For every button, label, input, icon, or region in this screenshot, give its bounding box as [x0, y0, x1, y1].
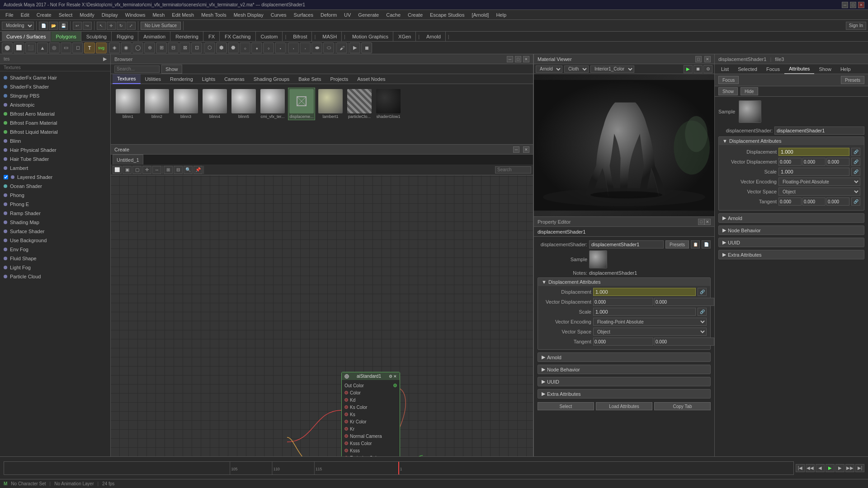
- ae-tangent-link-btn[interactable]: 🔗: [851, 197, 860, 206]
- ae-vector-z[interactable]: 0.000: [826, 158, 849, 166]
- browser-close-btn[interactable]: ✕: [523, 56, 529, 62]
- menu-edit-mesh[interactable]: Edit Mesh: [168, 10, 198, 20]
- mv-renderer-dropdown[interactable]: Arnold: [536, 66, 562, 73]
- ae-tab-show[interactable]: Show: [814, 64, 836, 74]
- icon-cone[interactable]: ▲: [37, 42, 48, 53]
- sidebar-item-light-fog[interactable]: Light Fog: [0, 263, 110, 272]
- icon-select6[interactable]: ⊟: [168, 42, 179, 53]
- ae-hide-btn[interactable]: Hide: [741, 87, 758, 95]
- sidebar-item-use-bg[interactable]: Use Background: [0, 236, 110, 245]
- ae-shader-value[interactable]: [774, 127, 864, 135]
- undo-btn[interactable]: ↩: [73, 22, 82, 30]
- shader-lambert1[interactable]: lambert1: [317, 88, 344, 120]
- ae-presets-btn[interactable]: Presets: [841, 76, 864, 84]
- icon-plane[interactable]: ▭: [61, 42, 71, 53]
- move-tool[interactable]: ✛: [107, 22, 116, 30]
- browser-tab-rendering[interactable]: Rendering: [165, 74, 198, 84]
- sidebar-item-stingray-pbs[interactable]: Stingray PBS: [0, 91, 110, 100]
- menu-select[interactable]: Select: [55, 10, 76, 20]
- sidebar-item-env-fog[interactable]: Env Fog: [0, 245, 110, 254]
- play-start-btn[interactable]: |◀: [796, 464, 805, 472]
- menu-mesh[interactable]: Mesh: [149, 10, 168, 20]
- icon-select1[interactable]: ◈: [109, 42, 120, 53]
- ae-tangent-y[interactable]: 0.000: [802, 197, 826, 206]
- icon-select3[interactable]: ◯: [132, 42, 143, 53]
- icon-merge[interactable]: ⬦: [240, 42, 250, 53]
- browser-tab-textures[interactable]: Textures: [113, 74, 141, 84]
- sidebar-item-ramp[interactable]: Ramp Shader: [0, 209, 110, 218]
- pe-close-btn[interactable]: ✕: [704, 219, 711, 225]
- sidebar-expand[interactable]: ▶: [103, 56, 107, 62]
- redo-btn[interactable]: ↪: [83, 22, 92, 30]
- mv-settings-btn[interactable]: ⚙: [703, 65, 712, 73]
- ae-section-nb-header[interactable]: ▶ Node Behavior: [719, 226, 864, 235]
- ae-vector-y[interactable]: 0.000: [802, 158, 826, 166]
- pe-copy-tab-btn[interactable]: Copy Tab: [654, 402, 711, 410]
- next-key-btn[interactable]: ▶▶: [845, 464, 854, 472]
- tab-polygons[interactable]: Polygons: [51, 32, 81, 42]
- browser-tab-projects[interactable]: Projects: [326, 74, 353, 84]
- menu-arnold[interactable]: [Arnold]: [468, 10, 492, 20]
- ae-tab-attributes[interactable]: Attributes: [784, 64, 814, 74]
- browser-tab-lights[interactable]: Lights: [198, 74, 220, 84]
- menu-windows[interactable]: Windows: [122, 10, 149, 20]
- open-btn[interactable]: 📂: [49, 22, 58, 30]
- mv-close-btn[interactable]: ✕: [704, 56, 711, 62]
- icon-bevel[interactable]: ⬢: [216, 42, 227, 53]
- node-settings-icon[interactable]: ⚙: [389, 374, 392, 379]
- ae-tangent-z[interactable]: 0.000: [826, 197, 849, 206]
- pe-scale-value[interactable]: [593, 308, 696, 316]
- shader-blinn4[interactable]: blinn4: [201, 88, 228, 120]
- pe-section-arnold-header[interactable]: ▶ Arnold: [538, 353, 710, 361]
- live-surface-btn[interactable]: No Live Surface: [141, 22, 181, 30]
- ae-show-btn[interactable]: Show: [718, 87, 738, 95]
- rotate-tool[interactable]: ↻: [117, 22, 126, 30]
- pe-disp-value[interactable]: [593, 288, 696, 296]
- sidebar-item-lambert[interactable]: Lambert: [0, 164, 110, 173]
- tab-curves-surfaces[interactable]: Curves / Surfaces: [2, 32, 51, 42]
- pe-vec-space-dropdown[interactable]: Object: [593, 328, 707, 336]
- browser-tab-cameras[interactable]: Cameras: [220, 74, 249, 84]
- icon-select8[interactable]: ⊡: [191, 42, 202, 53]
- ae-section-arnold-header[interactable]: ▶ Arnold: [719, 214, 864, 222]
- ae-vec-space-dropdown[interactable]: Object: [778, 188, 860, 196]
- tab-sculpting[interactable]: Sculpting: [82, 32, 112, 42]
- play-end-btn[interactable]: ▶|: [855, 464, 864, 472]
- ae-disp-link-btn[interactable]: 🔗: [851, 148, 860, 156]
- ae-tab-focus[interactable]: Focus: [762, 64, 784, 74]
- mv-stop-btn[interactable]: ⏹: [693, 65, 703, 73]
- node-close-icon[interactable]: ✕: [393, 374, 397, 379]
- menu-cache[interactable]: Cache: [382, 10, 404, 20]
- tab-fx[interactable]: FX: [204, 32, 220, 42]
- ne-pan-btn[interactable]: ↔: [152, 166, 161, 174]
- ae-tab-help[interactable]: Help: [836, 64, 855, 74]
- ae-tab-list[interactable]: List: [717, 64, 733, 74]
- ne-snap-btn[interactable]: 🔍: [184, 166, 193, 174]
- sidebar-item-shaderfx-shader[interactable]: ShaderFx Shader: [0, 82, 110, 91]
- pe-copy-btn[interactable]: 📋: [691, 240, 700, 249]
- pe-section-uuid-header[interactable]: ▶ UUID: [538, 377, 710, 386]
- pe-load-attrs-btn[interactable]: Load Attributes: [596, 402, 652, 410]
- ne-move-btn[interactable]: ✛: [142, 166, 151, 174]
- icon-disk[interactable]: ◻: [72, 42, 83, 53]
- mv-play-btn[interactable]: ▶: [684, 65, 693, 73]
- sidebar-item-particle-cloud[interactable]: Particle Cloud: [0, 272, 110, 281]
- menu-modify[interactable]: Modify: [76, 10, 98, 20]
- sidebar-item-layered[interactable]: Layered Shader: [0, 173, 110, 182]
- shader-blinn2[interactable]: blinn2: [143, 88, 170, 120]
- sidebar-item-hair-physical[interactable]: Hair Physical Shader: [0, 145, 110, 155]
- node-tab-untitled[interactable]: Untitled_1: [113, 155, 143, 164]
- menu-edit[interactable]: Edit: [17, 10, 33, 20]
- ae-scale-link-btn[interactable]: 🔗: [851, 168, 860, 176]
- ae-tangent-x[interactable]: 0.000: [778, 197, 802, 206]
- icon-ring[interactable]: ⬩: [275, 42, 286, 53]
- prev-frame-btn[interactable]: ◀: [816, 464, 825, 472]
- icon-smooth[interactable]: ⬫: [300, 42, 311, 53]
- browser-tab-utilities[interactable]: Utilities: [141, 74, 165, 84]
- pe-vector-x[interactable]: [593, 298, 653, 306]
- ne-grid-btn[interactable]: ⊟: [174, 166, 183, 174]
- shader-blinn5[interactable]: blinn5: [230, 88, 257, 120]
- modeling-mode-dropdown[interactable]: Modeling: [2, 22, 34, 30]
- pe-float-btn[interactable]: □: [698, 219, 704, 225]
- scale-tool[interactable]: ⤢: [127, 22, 136, 30]
